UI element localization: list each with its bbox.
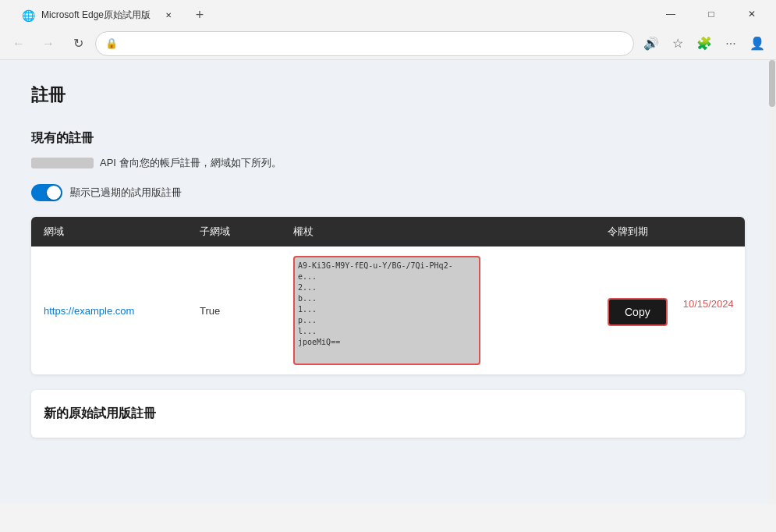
nav-actions: 🔊 ☆ 🧩 ··· 👤 [639, 31, 770, 56]
new-registration-section: 新的原始試用版註冊 [31, 390, 745, 438]
domain-cell: https://example.com [44, 303, 200, 317]
browser-chrome: 🌐 Microsoft Edge原始試用版 ✕ + — □ ✕ ← → ↻ 🔒 … [0, 0, 776, 60]
expired-toggle[interactable] [31, 184, 62, 201]
read-aloud-button[interactable]: 🔊 [639, 31, 664, 56]
close-button[interactable]: ✕ [734, 2, 770, 25]
tab-close-button[interactable]: ✕ [162, 9, 175, 22]
forward-button[interactable]: → [36, 31, 61, 56]
toggle-label: 顯示已過期的試用版註冊 [70, 186, 182, 200]
current-registrations-title: 現有的註冊 [31, 130, 745, 147]
copy-button[interactable]: Copy [608, 298, 668, 326]
token-box: A9-Ki3G-M9Y-fEQ-u-Y/BG-/7Qi-PHq2-e...2..… [293, 256, 480, 365]
page-title: 註冊 [31, 83, 745, 107]
refresh-button[interactable]: ↻ [66, 31, 90, 56]
page-content: 註冊 現有的註冊 API 會向您的帳戶註冊，網域如下所列。 顯示已過期的試用版註… [0, 60, 776, 504]
col-expiry: 令牌到期 [608, 225, 732, 239]
toggle-thumb [47, 186, 61, 200]
token-cell: A9-Ki3G-M9Y-fEQ-u-Y/BG-/7Qi-PHq2-e...2..… [293, 256, 608, 365]
new-tab-button[interactable]: + [187, 3, 212, 28]
token-text: A9-Ki3G-M9Y-fEQ-u-Y/BG-/7Qi-PHq2-e...2..… [298, 261, 476, 348]
desc-placeholder [31, 158, 94, 168]
toggle-row: 顯示已過期的試用版註冊 [31, 184, 745, 201]
col-subdomain: 子網域 [200, 225, 293, 239]
title-bar: 🌐 Microsoft Edge原始試用版 ✕ + — □ ✕ [0, 0, 776, 27]
tab-bar: 🌐 Microsoft Edge原始試用版 ✕ + [6, 0, 653, 28]
active-tab[interactable]: 🌐 Microsoft Edge原始試用版 ✕ [12, 3, 184, 28]
window-controls: — □ ✕ [653, 2, 770, 25]
lock-icon: 🔒 [105, 37, 118, 49]
minimize-button[interactable]: — [653, 2, 689, 25]
api-description: API 會向您的帳戶註冊，網域如下所列。 [100, 156, 282, 170]
tab-title: Microsoft Edge原始試用版 [41, 9, 151, 22]
domain-link[interactable]: https://example.com [44, 305, 134, 317]
maximize-button[interactable]: □ [693, 2, 729, 25]
table-header: 網域 子網域 權杖 令牌到期 [31, 217, 745, 246]
description-row: API 會向您的帳戶註冊，網域如下所列。 [31, 156, 745, 170]
scrollbar-track[interactable] [768, 60, 776, 504]
table-row: https://example.com True A9-Ki3G-M9Y-fEQ… [31, 246, 745, 374]
new-registration-title: 新的原始試用版註冊 [44, 406, 732, 422]
action-cell: Copy 10/15/2024 [608, 295, 732, 326]
extensions-button[interactable]: 🧩 [692, 31, 717, 56]
col-domain: 網域 [44, 225, 200, 239]
expiry-date: 10/15/2024 [683, 298, 734, 310]
nav-bar: ← → ↻ 🔒 🔊 ☆ 🧩 ··· 👤 [0, 27, 776, 60]
back-button[interactable]: ← [6, 31, 31, 56]
address-bar[interactable]: 🔒 [95, 31, 634, 56]
tab-favicon: 🌐 [22, 9, 35, 22]
scrollbar-thumb[interactable] [769, 60, 775, 107]
subdomain-cell: True [200, 305, 293, 317]
more-button[interactable]: ··· [718, 31, 743, 56]
registrations-table: 網域 子網域 權杖 令牌到期 https://example.com True … [31, 217, 745, 374]
favorites-button[interactable]: ☆ [665, 31, 690, 56]
profile-button[interactable]: 👤 [745, 31, 770, 56]
col-token: 權杖 [293, 225, 608, 239]
